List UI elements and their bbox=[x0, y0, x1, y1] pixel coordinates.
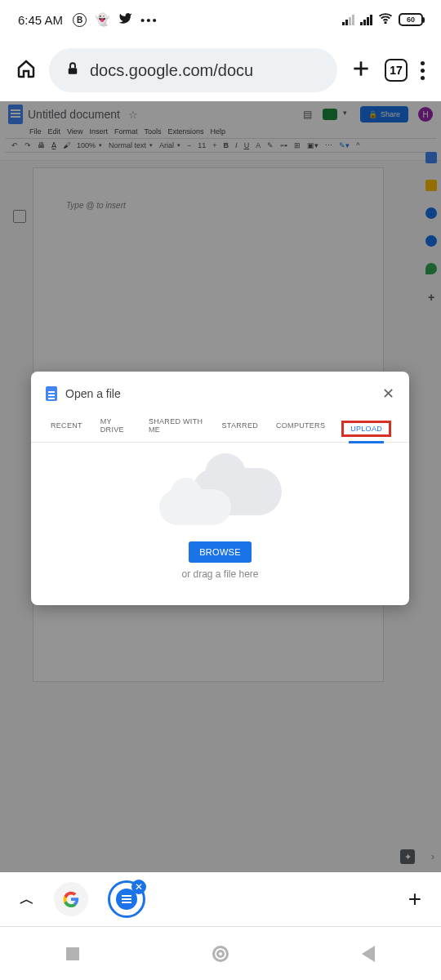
home-icon[interactable] bbox=[16, 59, 36, 82]
app-b-icon: B bbox=[73, 13, 87, 27]
signal-2-icon bbox=[360, 15, 372, 25]
tab-computers[interactable]: COMPUTERS bbox=[274, 416, 327, 438]
cloud-icon bbox=[159, 468, 282, 525]
tab-recent[interactable]: RECENT bbox=[49, 416, 84, 438]
svg-point-0 bbox=[385, 21, 386, 23]
modal-tabs: RECENT MY DRIVE SHARED WITH ME STARRED C… bbox=[31, 409, 409, 443]
open-file-modal: Open a file ✕ RECENT MY DRIVE SHARED WIT… bbox=[31, 372, 409, 605]
nav-back-icon[interactable] bbox=[362, 946, 375, 962]
browser-menu-icon[interactable] bbox=[421, 61, 425, 80]
close-bubble-icon[interactable]: ✕ bbox=[131, 880, 146, 894]
status-bar: 6:45 AM B 👻 ••• 60 bbox=[0, 0, 441, 39]
svg-rect-1 bbox=[69, 68, 78, 74]
app-switcher-bar: ︿ ✕ + bbox=[0, 871, 441, 927]
url-bar[interactable]: docs.google.com/docu bbox=[49, 48, 337, 92]
browse-button[interactable]: BROWSE bbox=[189, 541, 252, 563]
google-app-icon[interactable] bbox=[54, 882, 88, 916]
annotation-highlight: UPLOAD bbox=[341, 421, 391, 437]
tabs-count[interactable]: 17 bbox=[385, 59, 408, 82]
snapchat-icon: 👻 bbox=[95, 12, 110, 27]
tab-starred[interactable]: STARRED bbox=[220, 416, 260, 438]
nav-home-icon[interactable] bbox=[212, 946, 229, 962]
docs-app-bubble[interactable]: ✕ bbox=[108, 880, 145, 918]
twitter-icon bbox=[118, 11, 132, 28]
tab-shared[interactable]: SHARED WITH ME bbox=[147, 412, 206, 442]
expand-up-icon[interactable]: ︿ bbox=[20, 889, 34, 909]
new-tab-icon[interactable] bbox=[350, 58, 372, 82]
tab-upload[interactable]: UPLOAD bbox=[349, 420, 384, 443]
system-nav-bar bbox=[0, 927, 441, 980]
browser-toolbar: docs.google.com/docu 17 bbox=[0, 39, 441, 101]
status-time: 6:45 AM bbox=[18, 13, 63, 27]
modal-title: Open a file bbox=[65, 387, 374, 400]
upload-dropzone[interactable]: BROWSE or drag a file here bbox=[31, 443, 409, 605]
app-bar-plus-icon[interactable]: + bbox=[408, 886, 421, 912]
modal-docs-icon bbox=[46, 386, 57, 401]
url-text: docs.google.com/docu bbox=[90, 61, 253, 80]
close-icon[interactable]: ✕ bbox=[382, 385, 394, 403]
more-icon: ••• bbox=[140, 13, 158, 27]
lock-icon bbox=[65, 61, 80, 80]
signal-1-icon bbox=[342, 15, 354, 25]
nav-recents-icon[interactable] bbox=[66, 947, 79, 960]
tab-mydrive[interactable]: MY DRIVE bbox=[99, 412, 132, 442]
battery-icon: 60 bbox=[399, 13, 423, 26]
drag-hint: or drag a file here bbox=[181, 568, 258, 580]
wifi-icon bbox=[378, 11, 393, 29]
